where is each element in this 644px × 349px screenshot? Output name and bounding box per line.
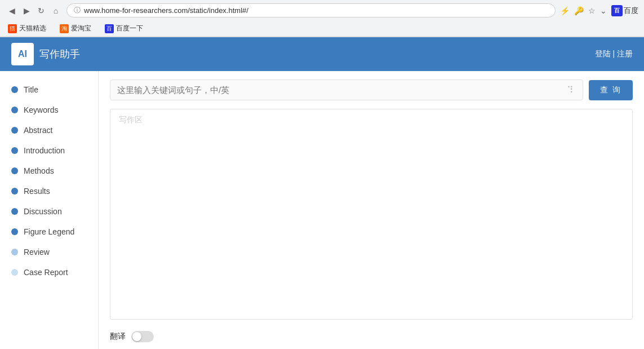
review-label: Review xyxy=(24,248,50,257)
search-input[interactable] xyxy=(117,85,565,95)
sidebar-item-methods[interactable]: Methods xyxy=(0,161,98,181)
translation-bar: 翻译 xyxy=(110,328,633,345)
app-main: Title Keywords Abstract Introduction Met… xyxy=(0,71,644,349)
bdy-icon: 百 xyxy=(105,24,114,33)
bookmark-tmj[interactable]: 猫 天猫精选 xyxy=(6,23,48,34)
methods-dot xyxy=(11,167,18,174)
baidu-label: 百度 xyxy=(624,6,638,16)
keywords-dot xyxy=(11,107,18,113)
writing-area[interactable]: 写作区 xyxy=(110,109,633,320)
lock-icon: ⓘ xyxy=(74,6,81,15)
app-name: 写作助手 xyxy=(39,47,80,61)
discussion-label: Discussion xyxy=(24,207,62,216)
sidebar-item-results[interactable]: Results xyxy=(0,181,98,201)
figure-legend-dot xyxy=(11,228,18,235)
bookmark-bdy-label: 百度一下 xyxy=(116,24,143,33)
results-dot xyxy=(11,188,18,195)
case-report-dot xyxy=(11,269,18,276)
sidebar-item-title[interactable]: Title xyxy=(0,79,98,100)
app-wrapper: AI 写作助手 登陆 | 注册 Title Keywords Abstract xyxy=(0,37,644,349)
case-report-label: Case Report xyxy=(24,268,68,277)
abstract-dot xyxy=(11,127,18,134)
dropdown-icon[interactable]: ⌄ xyxy=(600,6,607,15)
review-dot xyxy=(11,249,18,255)
discussion-dot xyxy=(11,208,18,215)
lightning-icon[interactable]: ⚡ xyxy=(560,6,570,15)
results-label: Results xyxy=(24,187,50,196)
figure-legend-label: Figure Legend xyxy=(24,227,74,236)
auth-separator: | xyxy=(611,49,617,58)
writing-placeholder: 写作区 xyxy=(119,115,143,125)
search-bar: ⠹ 查 询 xyxy=(110,79,633,100)
alb-icon: 淘 xyxy=(60,24,69,33)
header-auth[interactable]: 登陆 | 注册 xyxy=(595,49,633,59)
sidebar: Title Keywords Abstract Introduction Met… xyxy=(0,71,99,349)
nav-home-button[interactable]: ⌂ xyxy=(50,5,62,17)
nav-forward-button[interactable]: ▶ xyxy=(20,5,33,17)
bookmark-tmj-label: 天猫精选 xyxy=(19,24,46,33)
sidebar-item-case-report[interactable]: Case Report xyxy=(0,262,98,282)
register-link[interactable]: 注册 xyxy=(617,49,633,58)
baidu-button[interactable]: 百 百度 xyxy=(611,5,638,16)
search-clear-button[interactable]: ⠹ xyxy=(565,85,576,95)
sidebar-item-discussion[interactable]: Discussion xyxy=(0,201,98,222)
sidebar-item-keywords[interactable]: Keywords xyxy=(0,100,98,120)
star-icon[interactable]: ☆ xyxy=(588,6,596,15)
login-link[interactable]: 登陆 xyxy=(595,49,611,58)
bookmark-bdy[interactable]: 百 百度一下 xyxy=(103,23,145,34)
content-area: ⠹ 查 询 写作区 翻译 xyxy=(99,71,644,349)
introduction-label: Introduction xyxy=(24,146,65,155)
methods-label: Methods xyxy=(24,166,54,175)
bookmark-alb-label: 爱淘宝 xyxy=(71,24,91,33)
logo-ai-text: AI xyxy=(18,49,27,59)
logo-icon: AI xyxy=(11,43,34,65)
translation-toggle[interactable] xyxy=(131,331,154,342)
translation-label: 翻译 xyxy=(110,332,126,342)
sidebar-item-review[interactable]: Review xyxy=(0,242,98,262)
address-bar[interactable]: ⓘ www.home-for-researchers.com/static/in… xyxy=(66,3,556,17)
key-icon[interactable]: 🔑 xyxy=(574,6,584,15)
bookmarks-bar: 猫 天猫精选 淘 爱淘宝 百 百度一下 xyxy=(0,21,644,37)
address-url: www.home-for-researchers.com/static/inde… xyxy=(84,6,548,15)
nav-refresh-button[interactable]: ↻ xyxy=(35,5,47,17)
toggle-knob xyxy=(132,332,141,341)
sidebar-item-abstract[interactable]: Abstract xyxy=(0,120,98,140)
title-label: Title xyxy=(24,85,38,94)
toolbar-actions: ⚡ 🔑 ☆ ⌄ 百 百度 xyxy=(560,5,638,16)
tmj-icon: 猫 xyxy=(8,24,17,33)
nav-buttons: ◀ ▶ ↻ ⌂ xyxy=(6,5,62,17)
introduction-dot xyxy=(11,147,18,154)
app-logo: AI 写作助手 xyxy=(11,43,80,65)
bookmark-alb[interactable]: 淘 爱淘宝 xyxy=(57,23,94,34)
baidu-logo: 百 xyxy=(611,5,623,16)
sidebar-item-figure-legend[interactable]: Figure Legend xyxy=(0,222,98,242)
search-button[interactable]: 查 询 xyxy=(589,80,633,100)
sidebar-item-introduction[interactable]: Introduction xyxy=(0,140,98,161)
abstract-label: Abstract xyxy=(24,126,52,135)
nav-back-button[interactable]: ◀ xyxy=(6,5,18,17)
app-header: AI 写作助手 登陆 | 注册 xyxy=(0,37,644,71)
browser-chrome: ◀ ▶ ↻ ⌂ ⓘ www.home-for-researchers.com/s… xyxy=(0,0,644,37)
title-dot xyxy=(11,86,18,93)
browser-toolbar: ◀ ▶ ↻ ⌂ ⓘ www.home-for-researchers.com/s… xyxy=(0,0,644,21)
search-input-wrapper[interactable]: ⠹ xyxy=(110,79,583,100)
keywords-label: Keywords xyxy=(24,105,58,114)
